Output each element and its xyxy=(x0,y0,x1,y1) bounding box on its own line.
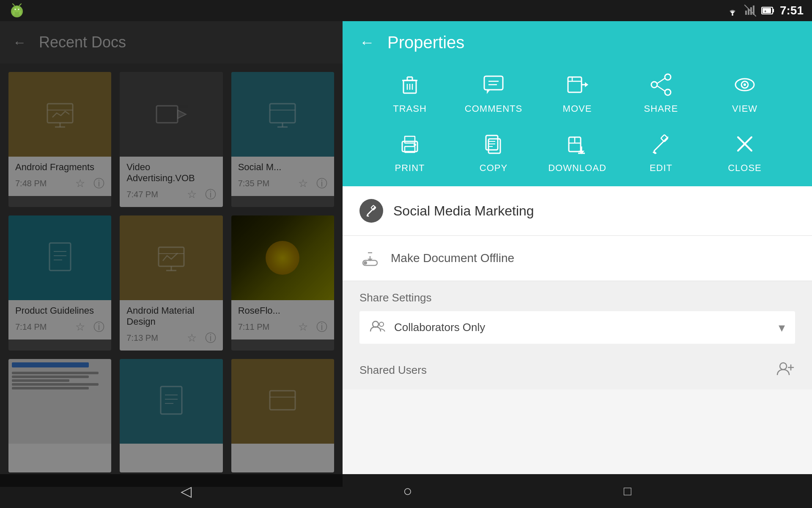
add-user-button[interactable] xyxy=(776,361,795,379)
home-nav-button[interactable]: ○ xyxy=(403,482,412,500)
main-content: ← Recent Docs Android Fragments xyxy=(0,21,812,487)
download-action[interactable]: DOWNLOAD xyxy=(548,131,607,174)
edit-action[interactable]: EDIT xyxy=(631,131,691,174)
share-settings-label: Share Settings xyxy=(359,291,795,304)
offline-text: Make Document Offline xyxy=(391,251,514,265)
properties-back-button[interactable]: ← xyxy=(359,33,375,51)
copy-icon xyxy=(481,131,506,157)
close-action[interactable]: CLOSE xyxy=(715,131,774,174)
share-icon xyxy=(648,72,674,97)
copy-action[interactable]: COPY xyxy=(464,131,523,174)
download-icon xyxy=(565,131,590,157)
svg-marker-58 xyxy=(585,82,588,87)
doc-title-row: Social Media Marketing xyxy=(343,186,812,236)
print-icon xyxy=(397,131,422,157)
time-display: 7:51 xyxy=(780,4,804,17)
shared-users-section: Shared Users xyxy=(343,351,812,389)
svg-point-8 xyxy=(732,14,733,16)
svg-point-5 xyxy=(18,9,19,10)
close-icon xyxy=(732,131,757,157)
shared-users-label: Shared Users xyxy=(359,364,427,377)
trash-icon xyxy=(397,72,422,97)
collaborators-icon xyxy=(370,320,386,335)
svg-point-96 xyxy=(379,322,384,326)
properties-header: ← Properties xyxy=(343,21,812,64)
move-action[interactable]: MOVE xyxy=(548,72,607,114)
android-icon xyxy=(8,2,25,19)
move-label: MOVE xyxy=(563,103,592,114)
comments-icon xyxy=(481,72,506,97)
svg-rect-69 xyxy=(405,136,415,143)
svg-rect-1 xyxy=(13,11,15,15)
svg-rect-72 xyxy=(486,135,498,150)
comments-action[interactable]: COMMENTS xyxy=(464,72,523,114)
status-bar-left xyxy=(8,2,25,19)
signal-icon xyxy=(744,5,756,17)
svg-text:+: + xyxy=(764,9,766,14)
doc-properties: Social Media Marketing Make Document Off… xyxy=(343,186,812,487)
view-icon xyxy=(732,72,757,97)
collaborators-row[interactable]: Collaborators Only ▾ xyxy=(359,311,795,344)
collaborators-text: Collaborators Only xyxy=(394,321,770,334)
svg-point-59 xyxy=(665,74,671,80)
svg-point-91 xyxy=(364,261,367,265)
recent-nav-button[interactable]: □ xyxy=(624,484,631,498)
copy-label: COPY xyxy=(480,163,508,174)
action-row-1: TRASH COMMENTS xyxy=(343,64,812,127)
svg-rect-54 xyxy=(568,77,582,92)
print-action[interactable]: PRINT xyxy=(380,131,439,174)
doc-pencil-icon xyxy=(359,199,383,223)
svg-line-82 xyxy=(654,137,668,151)
svg-point-66 xyxy=(743,83,746,86)
battery-icon: + xyxy=(761,6,775,15)
svg-rect-50 xyxy=(484,76,503,90)
svg-line-62 xyxy=(657,78,665,83)
right-panel: ← Properties xyxy=(343,21,812,487)
view-action[interactable]: VIEW xyxy=(715,72,774,114)
svg-rect-15 xyxy=(773,9,774,12)
trash-label: TRASH xyxy=(393,103,427,114)
print-label: PRINT xyxy=(395,163,425,174)
offline-row[interactable]: Make Document Offline xyxy=(343,236,812,281)
comments-label: COMMENTS xyxy=(465,103,522,114)
view-label: VIEW xyxy=(732,103,757,114)
trash-action[interactable]: TRASH xyxy=(380,72,439,114)
action-row-2: PRINT COPY xyxy=(343,127,812,186)
svg-rect-2 xyxy=(19,11,21,15)
left-panel: ← Recent Docs Android Fragments xyxy=(0,21,343,487)
svg-point-70 xyxy=(414,144,416,146)
svg-line-6 xyxy=(13,4,14,6)
offline-icon xyxy=(359,248,381,269)
svg-rect-9 xyxy=(745,11,747,15)
chevron-down-icon[interactable]: ▾ xyxy=(779,320,785,335)
svg-point-4 xyxy=(15,9,16,10)
svg-line-7 xyxy=(19,4,21,6)
svg-marker-83 xyxy=(653,151,657,154)
wifi-icon xyxy=(726,5,739,17)
edit-icon xyxy=(648,131,674,157)
status-bar: + 7:51 xyxy=(0,0,812,21)
edit-label: EDIT xyxy=(650,163,672,174)
move-icon xyxy=(565,72,590,97)
doc-title-text: Social Media Marketing xyxy=(393,203,534,219)
share-settings-section: Share Settings Collaborators Only ▾ xyxy=(343,281,812,351)
download-label: DOWNLOAD xyxy=(548,163,606,174)
overlay xyxy=(0,21,343,487)
svg-point-60 xyxy=(665,89,671,95)
svg-point-61 xyxy=(651,82,657,88)
svg-rect-16 xyxy=(763,8,771,13)
share-action[interactable]: SHARE xyxy=(631,72,691,114)
svg-line-63 xyxy=(657,86,665,91)
status-bar-right: + 7:51 xyxy=(726,4,804,17)
close-label: CLOSE xyxy=(728,163,762,174)
svg-marker-88 xyxy=(366,215,369,217)
properties-title: Properties xyxy=(387,33,464,52)
svg-point-97 xyxy=(780,363,787,370)
share-label: SHARE xyxy=(644,103,678,114)
